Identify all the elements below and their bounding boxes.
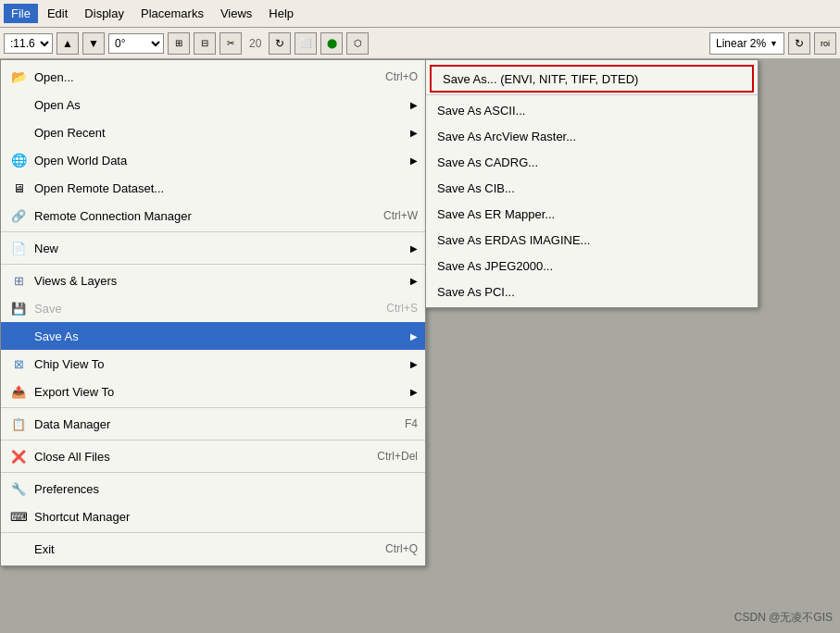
select-rect-btn[interactable]: ⬜ (295, 32, 317, 55)
views-layers-arrow: ▶ (410, 276, 418, 286)
new-label: New (34, 242, 410, 255)
menu-views-layers[interactable]: ⊞ Views & Layers ▶ (1, 267, 425, 294)
open-label: Open... (34, 70, 367, 84)
menu-save-as[interactable]: Save As ▶ (1, 322, 425, 350)
save-label: Save (34, 302, 368, 316)
close-all-label: Close All Files (34, 450, 358, 464)
saveas-jpeg2000-label: Save As JPEG2000... (437, 259, 553, 273)
menu-edit[interactable]: Edit (40, 4, 75, 23)
saveas-cib-item[interactable]: Save As CIB... (426, 175, 758, 201)
zoom-level: 20 (249, 37, 261, 50)
save-as-icon (8, 326, 29, 346)
menu-file[interactable]: File (4, 4, 38, 23)
open-as-arrow: ▶ (410, 100, 418, 110)
menu-close-all[interactable]: ❌ Close All Files Ctrl+Del (1, 442, 425, 470)
shortcut-manager-label: Shortcut Manager (34, 510, 418, 524)
preferences-icon: 🔧 (8, 478, 29, 499)
open-world-arrow: ▶ (410, 155, 418, 166)
zoom-select[interactable]: :11.6 (4, 33, 53, 54)
saveas-jpeg2000-item[interactable]: Save As JPEG2000... (426, 253, 758, 279)
linear-selector[interactable]: Linear 2% ▼ (709, 32, 784, 55)
menu-remote-conn[interactable]: 🔗 Remote Connection Manager Ctrl+W (1, 202, 425, 230)
open-world-icon: 🌐 (8, 150, 29, 170)
zoom-down-btn[interactable]: ▼ (82, 32, 105, 55)
open-shortcut: Ctrl+O (367, 70, 418, 83)
export-view-label: Export View To (34, 385, 410, 399)
menu-shortcut-manager[interactable]: ⌨ Shortcut Manager (1, 503, 425, 530)
data-manager-icon: 📋 (8, 414, 29, 434)
menu-open-recent[interactable]: Open Recent ▶ (1, 118, 425, 146)
zoom-up-btn[interactable]: ▲ (56, 32, 79, 55)
open-as-label: Open As (34, 98, 410, 112)
open-recent-label: Open Recent (34, 126, 410, 140)
saveas-arcview-label: Save As ArcView Raster... (437, 130, 576, 143)
menu-help[interactable]: Help (261, 4, 301, 23)
open-icon: 📂 (8, 67, 29, 87)
saveas-cadrg-item[interactable]: Save As CADRG... (426, 149, 758, 175)
saveas-ascii-item[interactable]: Save As ASCII... (426, 97, 758, 123)
saveas-cadrg-label: Save As CADRG... (437, 155, 538, 169)
chip-view-label: Chip View To (34, 357, 410, 371)
linear-label: Linear 2% (716, 37, 766, 50)
views-layers-label: Views & Layers (34, 274, 410, 288)
linear-dropdown-arrow[interactable]: ▼ (770, 39, 778, 48)
top-menu-bar: File Edit Display Placemarks Views Help (4, 4, 301, 23)
select-ellipse-btn[interactable]: ⬤ (320, 32, 343, 55)
saveas-erdas-item[interactable]: Save As ERDAS IMAGINE... (426, 227, 758, 253)
saveas-ermapper-label: Save As ER Mapper... (437, 207, 555, 221)
menu-preferences[interactable]: 🔧 Preferences (1, 475, 425, 503)
saveas-submenu: Save As... (ENVI, NITF, TIFF, DTED) Save… (425, 59, 759, 308)
menu-placemarks[interactable]: Placemarks (133, 4, 211, 23)
save-as-arrow: ▶ (410, 331, 418, 341)
saveas-pci-label: Save As PCI... (437, 285, 515, 299)
saveas-arcview-item[interactable]: Save As ArcView Raster... (426, 123, 758, 149)
open-remote-label: Open Remote Dataset... (34, 181, 418, 195)
close-all-shortcut: Ctrl+Del (358, 450, 418, 463)
saveas-erdas-label: Save As ERDAS IMAGINE... (437, 233, 590, 247)
views-layers-icon: ⊞ (8, 270, 29, 291)
tool1-btn[interactable]: ⊞ (168, 32, 190, 55)
saveas-main-label: Save As... (ENVI, NITF, TIFF, DTED) (443, 72, 638, 86)
menu-open-world[interactable]: 🌐 Open World Data ▶ (1, 146, 425, 174)
separator-3 (1, 407, 425, 408)
close-all-icon: ❌ (8, 446, 29, 466)
menu-save: 💾 Save Ctrl+S (1, 294, 425, 322)
watermark: CSDN @无凌不GIS (734, 610, 833, 626)
menu-views[interactable]: Views (213, 4, 259, 23)
tool3-btn[interactable]: ✂ (219, 32, 242, 55)
export-view-icon: 📤 (8, 381, 29, 402)
saveas-pci-item[interactable]: Save As PCI... (426, 279, 758, 304)
menu-display[interactable]: Display (77, 4, 132, 23)
menu-exit[interactable]: Exit Ctrl+Q (1, 535, 425, 563)
save-shortcut: Ctrl+S (368, 302, 418, 315)
chip-view-icon: ⊠ (8, 354, 29, 374)
menu-open-as[interactable]: Open As ▶ (1, 91, 425, 118)
open-recent-icon (8, 122, 29, 143)
menu-new[interactable]: 📄 New ▶ (1, 234, 425, 262)
exit-label: Exit (34, 542, 367, 556)
linear-refresh-btn[interactable]: ↻ (788, 32, 810, 55)
menu-open[interactable]: 📂 Open... Ctrl+O (1, 63, 425, 91)
tool2-btn[interactable]: ⊟ (194, 32, 216, 55)
menu-chip-view[interactable]: ⊠ Chip View To ▶ (1, 350, 425, 378)
open-remote-icon: 🖥 (8, 178, 29, 198)
menu-export-view[interactable]: 📤 Export View To ▶ (1, 378, 425, 405)
saveas-cib-label: Save As CIB... (437, 181, 515, 195)
saveas-sep-1 (426, 94, 758, 95)
select-region-btn[interactable]: ⬡ (346, 32, 369, 55)
new-icon: 📄 (8, 238, 29, 258)
toolbar: :11.6 ▲ ▼ 0° ⊞ ⊟ ✂ 20 ↻ ⬜ ⬤ ⬡ Linear 2% … (0, 28, 840, 59)
export-view-arrow: ▶ (410, 387, 418, 397)
refresh-btn[interactable]: ↻ (269, 32, 291, 55)
open-recent-arrow: ▶ (410, 128, 418, 138)
remote-conn-label: Remote Connection Manager (34, 209, 365, 223)
save-icon: 💾 (8, 298, 29, 318)
menu-open-remote[interactable]: 🖥 Open Remote Dataset... (1, 174, 425, 202)
file-menu: 📂 Open... Ctrl+O Open As ▶ Open Recent ▶… (0, 59, 426, 566)
separator-1 (1, 231, 425, 232)
saveas-ermapper-item[interactable]: Save As ER Mapper... (426, 201, 758, 227)
saveas-main-item[interactable]: Save As... (ENVI, NITF, TIFF, DTED) (430, 65, 754, 93)
roi-btn[interactable]: roi (814, 32, 836, 55)
menu-data-manager[interactable]: 📋 Data Manager F4 (1, 410, 425, 438)
rotation-select[interactable]: 0° (108, 33, 164, 54)
